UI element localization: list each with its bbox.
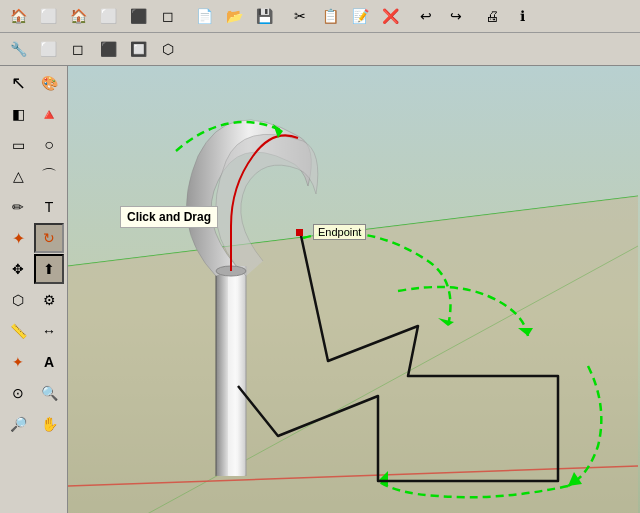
toolbar-row1: 🏠 ⬜ 🏠 ⬜ ⬛ ◻ 📄 📂 💾 ✂ 📋 📝 ❌ ↩ ↪ 🖨 ℹ <box>0 0 640 33</box>
lt-select-btn[interactable]: ↖ <box>3 68 33 98</box>
lt-row-3: △ ⌒ <box>3 161 64 191</box>
tb-print-btn[interactable]: 🖨 <box>478 2 506 30</box>
tb-copy-btn[interactable]: 📋 <box>316 2 344 30</box>
lt-paint-btn[interactable]: 🎨 <box>34 68 64 98</box>
tb-camera2-btn[interactable]: ⬜ <box>34 35 62 63</box>
lt-tape-btn[interactable]: 📏 <box>3 316 33 346</box>
lt-zoomextents-btn[interactable]: 🔎 <box>3 409 33 439</box>
lt-dimension-btn[interactable]: ↔ <box>34 316 64 346</box>
lt-pan-btn[interactable]: ✋ <box>34 409 64 439</box>
endpoint-text: Endpoint <box>318 226 361 238</box>
tb-shape2-btn[interactable]: ◻ <box>154 2 182 30</box>
tb-house-btn[interactable]: 🏠 <box>64 2 92 30</box>
lt-shape3d-btn[interactable]: 🔺 <box>34 99 64 129</box>
tb-info-btn[interactable]: ℹ <box>508 2 536 30</box>
canvas-area[interactable]: Click and Drag Endpoint <box>68 66 640 513</box>
tb-redo-btn[interactable]: ↪ <box>442 2 470 30</box>
lt-pencil-btn[interactable]: ✏ <box>3 192 33 222</box>
lt-row-8: 📏 ↔ <box>3 316 64 346</box>
lt-row-4: ✏ T <box>3 192 64 222</box>
lt-row-7: ⬡ ⚙ <box>3 285 64 315</box>
tb-shape1-btn[interactable]: ⬛ <box>124 2 152 30</box>
lt-row-0: ↖ 🎨 <box>3 68 64 98</box>
tb-save-btn[interactable]: 💾 <box>250 2 278 30</box>
tb-camera4-btn[interactable]: ⬛ <box>94 35 122 63</box>
lt-star-btn[interactable]: ✦ <box>3 223 33 253</box>
lt-row-11: 🔎 ✋ <box>3 409 64 439</box>
left-toolbar: ↖ 🎨 ◧ 🔺 ▭ ○ △ ⌒ ✏ T ✦ ↻ ✥ ⬆ ⬡ ⚙ <box>0 66 68 513</box>
lt-circle-btn[interactable]: ○ <box>34 130 64 160</box>
tooltip: Click and Drag <box>120 206 218 228</box>
canvas-svg <box>68 66 640 513</box>
lt-row-10: ⊙ 🔍 <box>3 378 64 408</box>
lt-arc-btn[interactable]: ⌒ <box>34 161 64 191</box>
tooltip-text: Click and Drag <box>127 210 211 224</box>
main-area: ↖ 🎨 ◧ 🔺 ▭ ○ △ ⌒ ✏ T ✦ ↻ ✥ ⬆ ⬡ ⚙ <box>0 66 640 513</box>
endpoint-label: Endpoint <box>313 224 366 240</box>
tb-delete-btn[interactable]: ❌ <box>376 2 404 30</box>
tb-camera3-btn[interactable]: ◻ <box>64 35 92 63</box>
lt-offset-btn[interactable]: ⬡ <box>3 285 33 315</box>
tb-cut-btn[interactable]: ✂ <box>286 2 314 30</box>
tb-home-btn[interactable]: 🏠 <box>4 2 32 30</box>
tb-camera5-btn[interactable]: 🔲 <box>124 35 152 63</box>
lt-row-9: ✦ A <box>3 347 64 377</box>
lt-tools-btn[interactable]: ⚙ <box>34 285 64 315</box>
lt-text3d-btn[interactable]: A <box>34 347 64 377</box>
lt-rotate-btn[interactable]: ↻ <box>34 223 64 253</box>
lt-move-btn[interactable]: ✥ <box>3 254 33 284</box>
lt-row-2: ▭ ○ <box>3 130 64 160</box>
lt-triangle-btn[interactable]: △ <box>3 161 33 191</box>
lt-pushpull-btn[interactable]: ⬆ <box>34 254 64 284</box>
lt-row-1: ◧ 🔺 <box>3 99 64 129</box>
lt-axes-btn[interactable]: ✦ <box>3 347 33 377</box>
lt-eraser-btn[interactable]: ◧ <box>3 99 33 129</box>
lt-text-btn[interactable]: T <box>34 192 64 222</box>
top-toolbar: 🏠 ⬜ 🏠 ⬜ ⬛ ◻ 📄 📂 💾 ✂ 📋 📝 ❌ ↩ ↪ 🖨 ℹ 🔧 ⬜ ◻ … <box>0 0 640 66</box>
svg-rect-6 <box>228 266 236 476</box>
lt-rect-btn[interactable]: ▭ <box>3 130 33 160</box>
tb-camera1-btn[interactable]: 🔧 <box>4 35 32 63</box>
tb-camera6-btn[interactable]: ⬡ <box>154 35 182 63</box>
lt-row-6: ✥ ⬆ <box>3 254 64 284</box>
tb-box2-btn[interactable]: ⬜ <box>94 2 122 30</box>
toolbar-row2: 🔧 ⬜ ◻ ⬛ 🔲 ⬡ <box>0 33 640 65</box>
lt-row-5: ✦ ↻ <box>3 223 64 253</box>
lt-sectionplane-btn[interactable]: ⊙ <box>3 378 33 408</box>
tb-new-btn[interactable]: 📄 <box>190 2 218 30</box>
lt-zoomwindow-btn[interactable]: 🔍 <box>34 378 64 408</box>
tb-box1-btn[interactable]: ⬜ <box>34 2 62 30</box>
tb-open-btn[interactable]: 📂 <box>220 2 248 30</box>
tb-paste-btn[interactable]: 📝 <box>346 2 374 30</box>
tb-undo-btn[interactable]: ↩ <box>412 2 440 30</box>
svg-rect-15 <box>296 229 303 236</box>
